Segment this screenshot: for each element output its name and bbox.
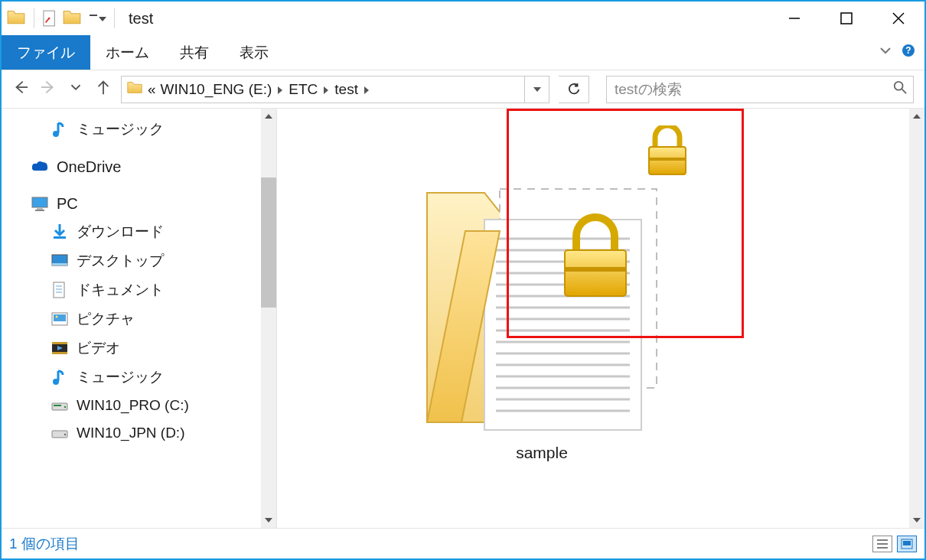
- window-title: test: [129, 10, 153, 28]
- svg-point-27: [56, 316, 58, 318]
- qat-overflow-button[interactable]: [90, 11, 106, 27]
- svg-point-12: [895, 82, 903, 90]
- sidebar-item-label: ビデオ: [77, 338, 120, 358]
- tab-home[interactable]: ホーム: [90, 35, 165, 70]
- svg-rect-2: [90, 15, 97, 16]
- svg-point-14: [53, 131, 59, 137]
- refresh-button[interactable]: [559, 76, 589, 103]
- scroll-up-icon[interactable]: [909, 109, 924, 124]
- tab-file[interactable]: ファイル: [2, 35, 90, 70]
- breadcrumb-prefix: «: [148, 81, 156, 98]
- sidebar-item-label: ピクチャ: [77, 309, 135, 329]
- svg-rect-17: [35, 210, 44, 211]
- sidebar-item-music[interactable]: ミュージック: [2, 115, 276, 144]
- sidebar-item-downloads[interactable]: ダウンロード: [2, 217, 276, 246]
- svg-rect-33: [54, 405, 61, 406]
- sidebar-item-onedrive[interactable]: OneDrive: [2, 153, 276, 181]
- close-button[interactable]: [872, 2, 924, 35]
- ribbon-expand-icon[interactable]: [879, 44, 892, 61]
- sidebar-item-music2[interactable]: ミュージック: [2, 363, 276, 392]
- address-dropdown-button[interactable]: [524, 77, 549, 103]
- sidebar-item-label: デスクトップ: [77, 251, 164, 271]
- annotation-highlight: [507, 109, 744, 338]
- sidebar-item-label: ミュージック: [77, 119, 164, 139]
- svg-rect-29: [52, 342, 67, 344]
- sidebar-item-videos[interactable]: ビデオ: [2, 334, 276, 363]
- back-button[interactable]: [12, 79, 29, 99]
- chevron-right-icon: [363, 81, 370, 98]
- up-button[interactable]: [95, 79, 112, 99]
- svg-line-13: [902, 90, 906, 93]
- folder-icon: [6, 7, 26, 31]
- svg-rect-15: [32, 197, 47, 207]
- sidebar-item-pictures[interactable]: ピクチャ: [2, 304, 276, 334]
- sidebar-item-drive-c[interactable]: WIN10_PRO (C:): [2, 392, 276, 419]
- sidebar-item-label: OneDrive: [57, 158, 121, 176]
- separator: [34, 8, 34, 28]
- help-icon[interactable]: ?: [902, 44, 915, 61]
- search-box[interactable]: testの検索: [606, 76, 914, 103]
- search-placeholder: testの検索: [615, 80, 682, 99]
- svg-point-1: [48, 18, 51, 20]
- sidebar-item-label: ダウンロード: [77, 222, 164, 242]
- breadcrumb-item[interactable]: ETC: [289, 81, 330, 98]
- content-pane[interactable]: sample: [277, 109, 924, 528]
- search-icon: [893, 80, 907, 98]
- sidebar-item-label: WIN10_JPN (D:): [77, 425, 184, 441]
- status-bar: 1 個の項目: [2, 528, 924, 558]
- svg-rect-18: [54, 236, 66, 239]
- navigation-bar: « WIN10_ENG (E:) ETC test testの検索: [2, 70, 924, 109]
- sidebar-item-label: ミュージック: [77, 367, 164, 387]
- sidebar-scrollbar[interactable]: [261, 109, 276, 528]
- scroll-thumb[interactable]: [261, 177, 276, 308]
- title-bar: test: [2, 2, 924, 35]
- scroll-down-icon[interactable]: [909, 513, 924, 528]
- breadcrumb-item[interactable]: WIN10_ENG (E:): [161, 81, 285, 98]
- view-large-icons-button[interactable]: [897, 536, 917, 552]
- svg-rect-20: [52, 263, 67, 265]
- scroll-up-icon[interactable]: [261, 109, 276, 124]
- sidebar-item-pc[interactable]: PC: [2, 190, 276, 217]
- svg-rect-4: [841, 13, 852, 24]
- svg-rect-16: [37, 208, 43, 210]
- sidebar-item-label: PC: [57, 195, 78, 213]
- forward-button[interactable]: [40, 79, 57, 99]
- separator: [114, 8, 115, 28]
- svg-rect-30: [52, 352, 67, 354]
- svg-point-36: [64, 434, 66, 435]
- sidebar-item-documents[interactable]: ドキュメント: [2, 275, 276, 304]
- svg-point-34: [64, 406, 66, 408]
- file-label: sample: [396, 444, 687, 462]
- ribbon-tabs: ファイル ホーム 共有 表示 ?: [2, 35, 924, 70]
- properties-icon[interactable]: [42, 8, 57, 28]
- view-details-button[interactable]: [872, 536, 892, 552]
- navigation-pane: ミュージック OneDrive PC ダウンロード デスクトップ ドキュメント …: [2, 109, 277, 528]
- recent-locations-button[interactable]: [67, 79, 84, 99]
- svg-point-31: [53, 379, 59, 385]
- sidebar-item-label: ドキュメント: [77, 280, 164, 300]
- chevron-right-icon: [322, 81, 330, 98]
- svg-text:?: ?: [905, 45, 911, 56]
- sidebar-item-drive-d[interactable]: WIN10_JPN (D:): [2, 419, 276, 447]
- item-count: 1 個の項目: [9, 534, 80, 554]
- svg-rect-63: [903, 541, 911, 545]
- tab-view[interactable]: 表示: [224, 35, 284, 70]
- address-bar[interactable]: « WIN10_ENG (E:) ETC test: [121, 76, 549, 103]
- scroll-down-icon[interactable]: [261, 513, 276, 528]
- folder-icon: [126, 79, 143, 99]
- folder-icon[interactable]: [62, 7, 82, 31]
- quick-access-toolbar: [6, 7, 118, 31]
- maximize-button[interactable]: [820, 2, 872, 35]
- svg-rect-26: [54, 314, 66, 321]
- content-scrollbar[interactable]: [909, 109, 924, 528]
- breadcrumb-item[interactable]: test: [334, 81, 370, 98]
- tab-share[interactable]: 共有: [165, 35, 224, 70]
- chevron-right-icon: [276, 81, 284, 98]
- sidebar-item-label: WIN10_PRO (C:): [77, 397, 189, 414]
- sidebar-item-desktop[interactable]: デスクトップ: [2, 246, 276, 275]
- svg-rect-21: [54, 282, 64, 298]
- minimize-button[interactable]: [768, 2, 820, 35]
